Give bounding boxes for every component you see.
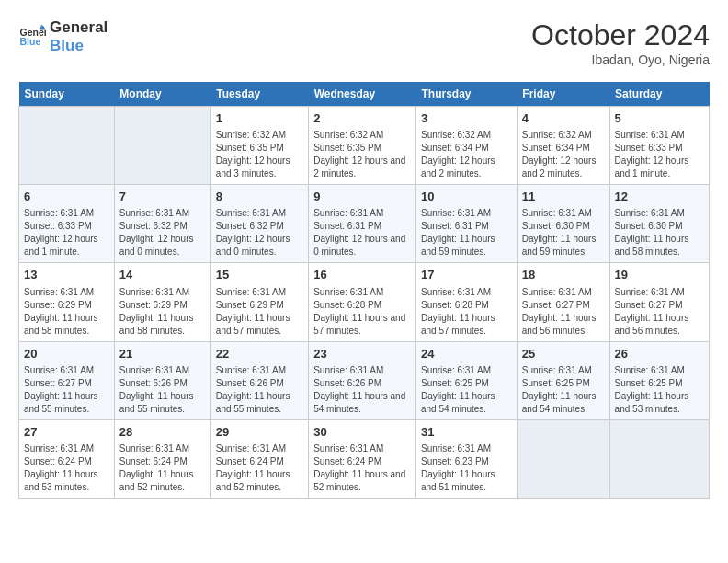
- day-number: 4: [522, 110, 605, 127]
- day-info: Sunrise: 6:31 AM Sunset: 6:25 PM Dayligh…: [615, 364, 704, 416]
- calendar-cell: 14Sunrise: 6:31 AM Sunset: 6:29 PM Dayli…: [114, 263, 210, 341]
- calendar-cell: 24Sunrise: 6:31 AM Sunset: 6:25 PM Dayli…: [415, 341, 517, 419]
- calendar-cell: 13Sunrise: 6:31 AM Sunset: 6:29 PM Dayli…: [19, 263, 115, 341]
- day-info: Sunrise: 6:31 AM Sunset: 6:27 PM Dayligh…: [522, 286, 605, 338]
- calendar-header-row: SundayMondayTuesdayWednesdayThursdayFrid…: [19, 82, 710, 107]
- day-info: Sunrise: 6:31 AM Sunset: 6:33 PM Dayligh…: [615, 129, 704, 180]
- day-number: 21: [119, 346, 206, 362]
- title-block: October 2024 Ibadan, Oyo, Nigeria: [531, 18, 710, 67]
- calendar-cell: 10Sunrise: 6:31 AM Sunset: 6:31 PM Dayli…: [415, 185, 517, 263]
- day-info: Sunrise: 6:31 AM Sunset: 6:29 PM Dayligh…: [216, 286, 303, 338]
- day-info: Sunrise: 6:31 AM Sunset: 6:29 PM Dayligh…: [24, 286, 109, 338]
- calendar-cell: 18Sunrise: 6:31 AM Sunset: 6:27 PM Dayli…: [517, 263, 609, 341]
- calendar-week-3: 13Sunrise: 6:31 AM Sunset: 6:29 PM Dayli…: [19, 263, 710, 341]
- day-info: Sunrise: 6:31 AM Sunset: 6:28 PM Dayligh…: [421, 286, 512, 338]
- day-number: 23: [313, 346, 411, 362]
- day-info: Sunrise: 6:31 AM Sunset: 6:30 PM Dayligh…: [522, 207, 605, 259]
- calendar-cell: [114, 107, 210, 185]
- day-number: 30: [313, 424, 411, 441]
- calendar-week-4: 20Sunrise: 6:31 AM Sunset: 6:27 PM Dayli…: [19, 341, 710, 419]
- day-info: Sunrise: 6:31 AM Sunset: 6:25 PM Dayligh…: [421, 364, 512, 416]
- calendar-cell: 19Sunrise: 6:31 AM Sunset: 6:27 PM Dayli…: [609, 263, 709, 341]
- header-cell-sunday: Sunday: [19, 82, 115, 107]
- day-info: Sunrise: 6:31 AM Sunset: 6:31 PM Dayligh…: [421, 207, 512, 259]
- header-cell-tuesday: Tuesday: [210, 82, 308, 107]
- day-number: 17: [421, 267, 512, 283]
- calendar-body: 1Sunrise: 6:32 AM Sunset: 6:35 PM Daylig…: [19, 107, 710, 499]
- day-number: 5: [615, 110, 704, 127]
- calendar-cell: 20Sunrise: 6:31 AM Sunset: 6:27 PM Dayli…: [19, 341, 115, 419]
- header-cell-wednesday: Wednesday: [309, 82, 416, 107]
- day-number: 3: [421, 110, 512, 127]
- calendar-cell: 23Sunrise: 6:31 AM Sunset: 6:26 PM Dayli…: [309, 341, 416, 419]
- day-number: 15: [216, 267, 303, 283]
- day-number: 20: [24, 346, 109, 362]
- logo: General Blue General Blue: [18, 18, 108, 56]
- day-info: Sunrise: 6:32 AM Sunset: 6:34 PM Dayligh…: [421, 129, 512, 180]
- day-info: Sunrise: 6:31 AM Sunset: 6:24 PM Dayligh…: [313, 442, 411, 494]
- calendar-cell: [19, 107, 115, 185]
- day-info: Sunrise: 6:32 AM Sunset: 6:35 PM Dayligh…: [313, 129, 411, 180]
- calendar-cell: 3Sunrise: 6:32 AM Sunset: 6:34 PM Daylig…: [415, 107, 517, 185]
- calendar-cell: 26Sunrise: 6:31 AM Sunset: 6:25 PM Dayli…: [609, 341, 709, 419]
- calendar-cell: 1Sunrise: 6:32 AM Sunset: 6:35 PM Daylig…: [210, 107, 308, 185]
- day-number: 13: [24, 267, 109, 283]
- calendar-cell: [609, 419, 709, 498]
- calendar-cell: 28Sunrise: 6:31 AM Sunset: 6:24 PM Dayli…: [114, 419, 210, 498]
- calendar-cell: 16Sunrise: 6:31 AM Sunset: 6:28 PM Dayli…: [309, 263, 416, 341]
- calendar-cell: 22Sunrise: 6:31 AM Sunset: 6:26 PM Dayli…: [210, 341, 308, 419]
- calendar-cell: 4Sunrise: 6:32 AM Sunset: 6:34 PM Daylig…: [517, 107, 609, 185]
- header-cell-monday: Monday: [114, 82, 210, 107]
- page-header: General Blue General Blue October 2024 I…: [18, 18, 710, 67]
- day-number: 1: [216, 110, 303, 127]
- day-info: Sunrise: 6:31 AM Sunset: 6:27 PM Dayligh…: [615, 286, 704, 338]
- day-number: 7: [119, 189, 206, 205]
- day-number: 14: [119, 267, 206, 283]
- logo-icon: General Blue: [18, 23, 46, 51]
- calendar-cell: 6Sunrise: 6:31 AM Sunset: 6:33 PM Daylig…: [19, 185, 115, 263]
- calendar-cell: 31Sunrise: 6:31 AM Sunset: 6:23 PM Dayli…: [415, 419, 517, 498]
- calendar-table: SundayMondayTuesdayWednesdayThursdayFrid…: [18, 82, 710, 499]
- calendar-week-5: 27Sunrise: 6:31 AM Sunset: 6:24 PM Dayli…: [19, 419, 710, 498]
- day-number: 27: [24, 424, 109, 441]
- day-number: 12: [615, 189, 704, 205]
- day-info: Sunrise: 6:31 AM Sunset: 6:23 PM Dayligh…: [421, 442, 512, 494]
- calendar-cell: 17Sunrise: 6:31 AM Sunset: 6:28 PM Dayli…: [415, 263, 517, 341]
- day-number: 9: [313, 189, 411, 205]
- calendar-cell: 9Sunrise: 6:31 AM Sunset: 6:31 PM Daylig…: [309, 185, 416, 263]
- day-info: Sunrise: 6:31 AM Sunset: 6:33 PM Dayligh…: [24, 207, 109, 259]
- day-info: Sunrise: 6:31 AM Sunset: 6:28 PM Dayligh…: [313, 286, 411, 338]
- day-info: Sunrise: 6:31 AM Sunset: 6:32 PM Dayligh…: [216, 207, 303, 259]
- day-info: Sunrise: 6:31 AM Sunset: 6:26 PM Dayligh…: [313, 364, 411, 416]
- calendar-cell: 11Sunrise: 6:31 AM Sunset: 6:30 PM Dayli…: [517, 185, 609, 263]
- day-number: 28: [119, 424, 206, 441]
- calendar-cell: 30Sunrise: 6:31 AM Sunset: 6:24 PM Dayli…: [309, 419, 416, 498]
- day-number: 25: [522, 346, 605, 362]
- month-title: October 2024: [531, 18, 710, 52]
- calendar-cell: 27Sunrise: 6:31 AM Sunset: 6:24 PM Dayli…: [19, 419, 115, 498]
- calendar-cell: 25Sunrise: 6:31 AM Sunset: 6:25 PM Dayli…: [517, 341, 609, 419]
- day-info: Sunrise: 6:32 AM Sunset: 6:34 PM Dayligh…: [522, 129, 605, 180]
- day-info: Sunrise: 6:31 AM Sunset: 6:26 PM Dayligh…: [216, 364, 303, 416]
- day-number: 8: [216, 189, 303, 205]
- calendar-cell: [517, 419, 609, 498]
- day-info: Sunrise: 6:31 AM Sunset: 6:26 PM Dayligh…: [119, 364, 206, 416]
- calendar-cell: 29Sunrise: 6:31 AM Sunset: 6:24 PM Dayli…: [210, 419, 308, 498]
- header-cell-saturday: Saturday: [609, 82, 709, 107]
- calendar-week-1: 1Sunrise: 6:32 AM Sunset: 6:35 PM Daylig…: [19, 107, 710, 185]
- day-info: Sunrise: 6:31 AM Sunset: 6:25 PM Dayligh…: [522, 364, 605, 416]
- location: Ibadan, Oyo, Nigeria: [531, 52, 710, 67]
- logo-general: General: [50, 18, 108, 37]
- day-info: Sunrise: 6:31 AM Sunset: 6:30 PM Dayligh…: [615, 207, 704, 259]
- day-number: 11: [522, 189, 605, 205]
- day-info: Sunrise: 6:31 AM Sunset: 6:32 PM Dayligh…: [119, 207, 206, 259]
- day-info: Sunrise: 6:31 AM Sunset: 6:24 PM Dayligh…: [119, 442, 206, 494]
- day-info: Sunrise: 6:32 AM Sunset: 6:35 PM Dayligh…: [216, 129, 303, 180]
- calendar-cell: 7Sunrise: 6:31 AM Sunset: 6:32 PM Daylig…: [114, 185, 210, 263]
- day-number: 18: [522, 267, 605, 283]
- day-number: 22: [216, 346, 303, 362]
- day-number: 24: [421, 346, 512, 362]
- day-info: Sunrise: 6:31 AM Sunset: 6:29 PM Dayligh…: [119, 286, 206, 338]
- calendar-week-2: 6Sunrise: 6:31 AM Sunset: 6:33 PM Daylig…: [19, 185, 710, 263]
- calendar-cell: 12Sunrise: 6:31 AM Sunset: 6:30 PM Dayli…: [609, 185, 709, 263]
